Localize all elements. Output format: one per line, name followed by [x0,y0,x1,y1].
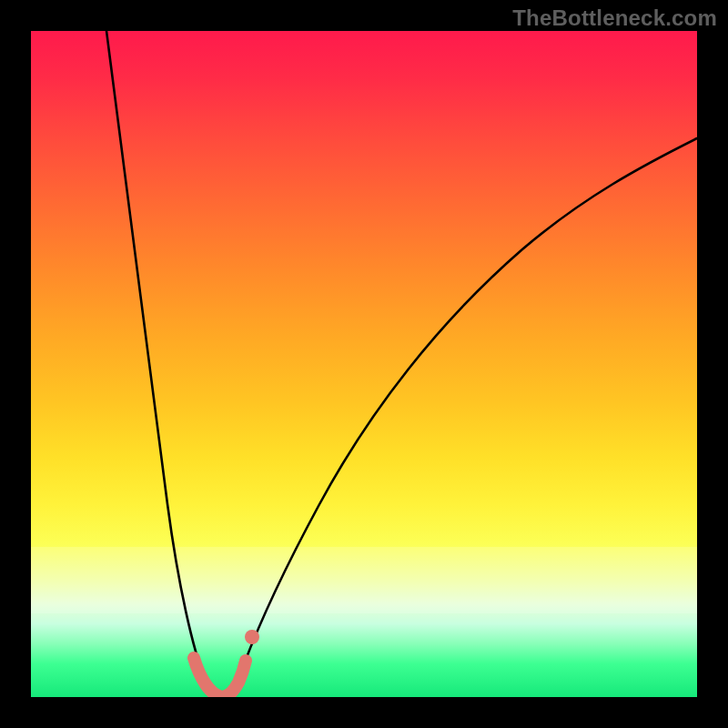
plot-area [31,31,697,697]
marker-dot-icon [245,630,259,644]
left-curve [106,31,221,697]
watermark-text: TheBottleneck.com [512,5,717,31]
chart-frame: TheBottleneck.com [0,0,728,728]
marker-trail [194,658,246,697]
curve-layer [31,31,697,697]
right-curve [226,138,697,697]
